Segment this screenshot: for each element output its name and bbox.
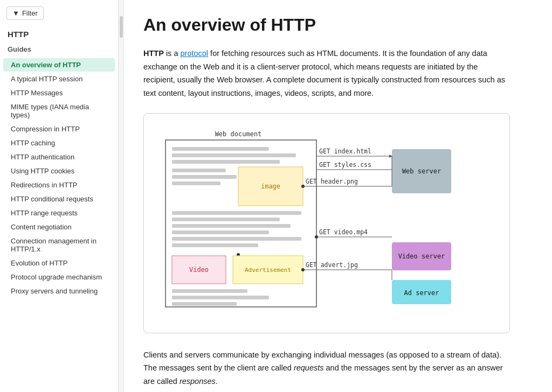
- sidebar-guides-label: Guides: [0, 44, 118, 58]
- svg-rect-1: [172, 153, 296, 157]
- image-label: image: [261, 183, 280, 190]
- sidebar-item-authentication[interactable]: HTTP authentication: [3, 150, 115, 164]
- sidebar-item-redirections[interactable]: Redirections in HTTP: [3, 178, 115, 192]
- scrollbar-column[interactable]: [119, 0, 124, 392]
- web-server-label: Web server: [402, 167, 441, 175]
- svg-rect-9: [172, 224, 291, 228]
- filter-label: Filter: [22, 9, 38, 17]
- sidebar-http-title: HTTP: [0, 27, 118, 44]
- svg-rect-5: [172, 181, 220, 185]
- bottom-paragraph: Clients and servers communicate by excha…: [143, 348, 510, 388]
- svg-rect-2: [172, 160, 280, 164]
- intro-paragraph: HTTP is a protocol for fetching resource…: [143, 47, 510, 100]
- arrow1-label: GET index.html: [319, 148, 371, 155]
- advertisement-label: Advertisement: [245, 267, 291, 274]
- svg-rect-0: [172, 147, 269, 151]
- sidebar-item-evolution[interactable]: Evolution of HTTP: [3, 256, 115, 270]
- sidebar-item-proxy[interactable]: Proxy servers and tunneling: [3, 284, 115, 298]
- protocol-link[interactable]: protocol: [180, 49, 208, 58]
- web-doc-label: Web document: [215, 130, 262, 138]
- sidebar-item-range[interactable]: HTTP range requests: [3, 206, 115, 220]
- sidebar-item-protocol-upgrade[interactable]: Protocol upgrade mechanism: [3, 270, 115, 284]
- sidebar-item-caching[interactable]: HTTP caching: [3, 136, 115, 150]
- arrow4-label: GET video.mp4: [319, 228, 368, 236]
- svg-rect-10: [172, 230, 269, 234]
- bottom-italic-1: requests: [294, 363, 324, 372]
- sidebar-item-connection[interactable]: Connection management in HTTP/1.x: [3, 234, 115, 256]
- sidebar: ▼ Filter HTTP Guides An overview of HTTP…: [0, 0, 119, 392]
- sidebar-item-messages[interactable]: HTTP Messages: [3, 86, 115, 100]
- diagram-container: Web document image: [143, 113, 510, 333]
- sidebar-item-overview[interactable]: An overview of HTTP: [3, 58, 115, 72]
- svg-rect-11: [172, 237, 301, 241]
- arrow5-label: GET advert.jpg: [306, 261, 358, 269]
- sidebar-item-negotiation[interactable]: Content negotiation: [3, 220, 115, 234]
- sidebar-item-cookies[interactable]: Using HTTP cookies: [3, 164, 115, 178]
- filter-button[interactable]: ▼ Filter: [6, 6, 44, 20]
- ad-server-label: Ad server: [404, 289, 439, 297]
- sidebar-item-session[interactable]: A typical HTTP session: [3, 72, 115, 86]
- sidebar-item-conditional[interactable]: HTTP conditional requests: [3, 192, 115, 206]
- arrow2-label: GET styles.css: [319, 161, 371, 169]
- video-server-label: Video server: [398, 253, 445, 260]
- svg-rect-3: [172, 169, 226, 172]
- bottom-italic-2: responses: [180, 377, 216, 386]
- arrow3-label: GET header.png: [306, 178, 358, 185]
- video-label: Video: [189, 266, 209, 274]
- sidebar-item-mime[interactable]: MIME types (IANA media types): [3, 100, 115, 122]
- svg-rect-16: [172, 289, 247, 293]
- filter-icon: ▼: [12, 9, 19, 17]
- svg-rect-18: [172, 302, 237, 306]
- main-content: An overview of HTTP HTTP is a protocol f…: [124, 0, 552, 392]
- svg-rect-4: [172, 175, 237, 179]
- sidebar-item-compression[interactable]: Compression in HTTP: [3, 122, 115, 136]
- page-title: An overview of HTTP: [143, 15, 530, 35]
- scroll-thumb[interactable]: [120, 16, 123, 38]
- http-diagram: Web document image: [155, 127, 500, 320]
- svg-rect-7: [172, 211, 301, 215]
- svg-rect-12: [172, 243, 258, 247]
- svg-rect-17: [172, 296, 269, 299]
- svg-rect-8: [172, 218, 280, 221]
- bottom-text-3: .: [216, 377, 218, 386]
